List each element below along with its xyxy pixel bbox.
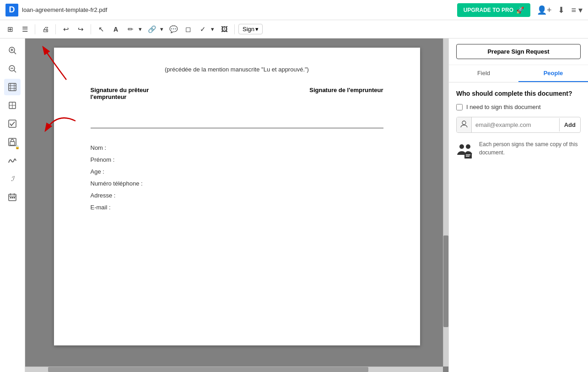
text-tool-button[interactable]: A <box>109 23 122 36</box>
sign-checkbox[interactable] <box>456 104 463 110</box>
app-logo: D <box>5 4 18 16</box>
vertical-scrollbar[interactable] <box>443 38 448 367</box>
sign-label: Sign <box>243 26 254 33</box>
field-telephone: Numéro téléphone : <box>91 178 383 190</box>
signature-icon <box>7 156 17 164</box>
checkbox-icon <box>8 120 16 128</box>
image-button[interactable]: 🖼 <box>218 23 231 36</box>
pen-tool-group: ✏ ▾ <box>124 23 144 36</box>
field-nom: Nom : <box>91 142 383 154</box>
print-button[interactable]: 🖨 <box>39 23 52 36</box>
link-dropdown-button[interactable]: ▾ <box>158 24 165 34</box>
group-sign-icon <box>456 141 475 163</box>
zoom-out-icon <box>8 65 16 73</box>
info-text: Each person signs the same copy of this … <box>479 140 581 157</box>
svg-rect-17 <box>10 142 15 145</box>
upgrade-button[interactable]: UPGRADE TO PRO 🚀 <box>457 3 530 17</box>
left-sidebar: 🔒 ℐ <box>0 38 25 372</box>
initial-icon: ℐ <box>11 175 14 183</box>
horizontal-scrollbar-thumb[interactable] <box>48 367 368 372</box>
field-adresse: Adresse : <box>91 190 383 202</box>
grid-view-button[interactable]: ⊞ <box>4 23 16 36</box>
signature-field-button[interactable] <box>4 152 21 169</box>
person-icon <box>457 117 472 132</box>
redo-button[interactable]: ↪ <box>74 23 87 36</box>
tabs: Field People <box>449 65 588 82</box>
crop-icon <box>8 101 16 109</box>
comment-button[interactable]: 💬 <box>167 23 180 36</box>
svg-rect-24 <box>14 197 15 198</box>
date-field-button[interactable] <box>4 189 21 205</box>
sig-right-label: Signature de l'emprunteur <box>309 87 383 93</box>
field-prenom: Prénom : <box>91 154 383 166</box>
toolbar-separator-4 <box>234 24 235 34</box>
svg-rect-7 <box>9 83 16 91</box>
link-tool-group: 🔗 ▾ <box>146 23 165 36</box>
pdf-text-top: (précédée de la mention manuscrite "Lu e… <box>91 66 383 73</box>
undo-button[interactable]: ↩ <box>59 23 72 36</box>
right-body: Who should complete this document? I nee… <box>449 82 588 372</box>
lock-badge-icon: 🔒 <box>15 145 20 149</box>
svg-rect-22 <box>10 197 11 198</box>
tab-field[interactable]: Field <box>449 65 518 82</box>
zoom-in-button[interactable] <box>4 42 21 59</box>
field-age: Age : <box>91 166 383 178</box>
svg-point-26 <box>459 144 464 149</box>
pen-dropdown-button[interactable]: ▾ <box>137 24 144 34</box>
eraser-button[interactable]: ◻ <box>182 23 194 36</box>
svg-line-5 <box>14 70 16 72</box>
vertical-scrollbar-thumb[interactable] <box>443 235 448 327</box>
horizontal-scrollbar[interactable] <box>25 367 443 372</box>
svg-rect-23 <box>12 197 13 198</box>
sig-right: Signature de l'emprunteur <box>309 87 383 100</box>
signature-divider <box>91 128 383 128</box>
crop-button[interactable] <box>4 97 21 114</box>
form-fields: Nom : Prénom : Age : Numéro téléphone : … <box>91 142 383 213</box>
lock-field-button[interactable]: 🔒 <box>4 134 21 150</box>
toolbar-separator-3 <box>91 24 91 34</box>
svg-point-25 <box>462 121 466 125</box>
select-tool-button[interactable]: ↖ <box>95 23 108 36</box>
topbar-right: UPGRADE TO PRO 🚀 👤+ ⬇ ≡ ▾ <box>457 3 583 17</box>
link-tool-button[interactable]: 🔗 <box>146 23 158 36</box>
upgrade-label: UPGRADE TO PRO <box>464 7 513 13</box>
email-row: Add <box>456 117 581 133</box>
svg-line-1 <box>14 52 16 54</box>
toolbar-separator-2 <box>55 24 56 34</box>
download-icon[interactable]: ⬇ <box>558 5 565 15</box>
sig-right-continuation: l'emprunteur <box>91 93 149 100</box>
resize-button[interactable] <box>4 79 21 95</box>
pdf-page: (précédée de la mention manuscrite "Lu e… <box>54 48 420 345</box>
initial-field-button[interactable]: ℐ <box>4 170 21 187</box>
checkbox-button[interactable] <box>4 115 21 132</box>
pdf-viewer[interactable]: (précédée de la mention manuscrite "Lu e… <box>25 38 448 372</box>
svg-point-27 <box>466 144 470 149</box>
check-tool-button[interactable]: ✓ <box>196 23 209 36</box>
sign-dropdown-icon: ▾ <box>255 26 259 33</box>
svg-rect-15 <box>9 120 16 127</box>
sign-checkbox-label[interactable]: I need to sign this document <box>466 104 541 110</box>
zoom-out-button[interactable] <box>4 60 21 77</box>
rocket-icon: 🚀 <box>516 6 524 14</box>
toolbar: ⊞ ☰ 🖨 ↩ ↪ ↖ A ✏ ▾ 🔗 ▾ 💬 ◻ ✓ ▾ 🖼 Sign ▾ <box>0 20 588 38</box>
email-input[interactable] <box>472 118 559 131</box>
sig-left-label: Signature du prêteur <box>91 87 149 93</box>
user-add-icon[interactable]: 👤+ <box>537 5 552 15</box>
sig-left: Signature du prêteur l'emprunteur <box>91 87 149 100</box>
menu-icon[interactable]: ≡ ▾ <box>571 5 583 15</box>
tab-people[interactable]: People <box>518 65 588 82</box>
who-label: Who should complete this document? <box>456 90 581 97</box>
prepare-sign-request-button[interactable]: Prepare Sign Request <box>456 44 581 59</box>
right-panel: Prepare Sign Request Field People Who sh… <box>448 38 588 372</box>
toolbar-separator-1 <box>35 24 35 34</box>
field-email: E-mail : <box>91 202 383 213</box>
filename: loan-agreement-template-fr2.pdf <box>22 6 107 13</box>
topbar: D loan-agreement-template-fr2.pdf UPGRAD… <box>0 0 588 20</box>
check-dropdown-button[interactable]: ▾ <box>209 24 216 34</box>
right-header: Prepare Sign Request <box>449 38 588 65</box>
svg-rect-28 <box>464 153 472 159</box>
pen-tool-button[interactable]: ✏ <box>124 23 137 36</box>
add-button[interactable]: Add <box>559 118 580 131</box>
list-view-button[interactable]: ☰ <box>18 23 31 36</box>
sign-button[interactable]: Sign ▾ <box>238 24 263 34</box>
